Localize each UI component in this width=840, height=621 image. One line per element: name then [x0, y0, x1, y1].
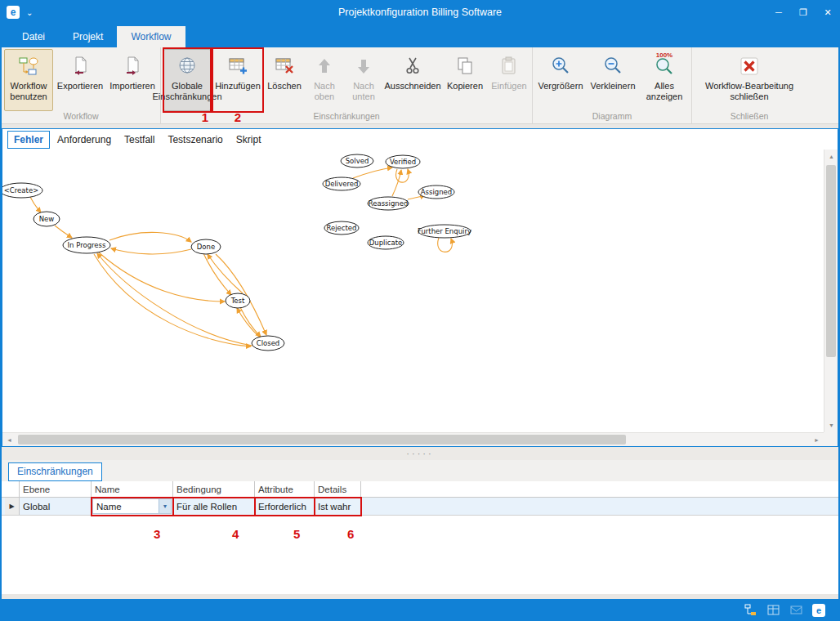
zoom-in-label: Vergrößern — [538, 81, 583, 92]
close-workflow-editing-label: Workflow-Bearbeitung schließen — [696, 81, 802, 101]
cell-name[interactable]: Name ▼ — [92, 498, 173, 515]
close-button[interactable]: ✕ — [815, 0, 840, 25]
svg-text:Done: Done — [197, 243, 215, 251]
quick-access-chevron-icon[interactable]: ⌄ — [26, 8, 33, 17]
zoom-all-label: Alles anzeigen — [641, 81, 687, 101]
workflow-diagram-canvas[interactable]: <Create>NewIn ProgressDoneTestClosedSolv… — [2, 150, 824, 432]
svg-text:Reassigned: Reassigned — [369, 199, 409, 208]
tab-datei[interactable]: Datei — [8, 26, 59, 47]
global-constraints-label: Globale Einschränkungen — [153, 81, 222, 101]
svg-text:Further Enquiry: Further Enquiry — [418, 227, 471, 235]
cell-attribute[interactable]: Erforderlich — [255, 498, 315, 515]
scroll-right-icon[interactable]: ► — [810, 433, 824, 447]
cell-details[interactable]: Ist wahr — [315, 498, 361, 515]
scroll-left-icon[interactable]: ◄ — [2, 433, 16, 447]
copy-icon — [454, 53, 476, 79]
import-icon — [122, 53, 143, 79]
diagram-node-assigned[interactable]: Assigned — [418, 185, 454, 199]
grid-header-ebene[interactable]: Ebene — [20, 481, 92, 497]
diagram-node-reassigned[interactable]: Reassigned — [368, 197, 409, 210]
row-selector-icon[interactable]: ▶ — [5, 498, 20, 515]
annotation-number-2: 2 — [235, 113, 241, 123]
grid-header-attribute[interactable]: Attribute — [255, 481, 315, 497]
scroll-up-icon[interactable]: ▲ — [824, 150, 838, 163]
diagram-node-create[interactable]: <Create> — [2, 183, 42, 198]
ribbon-group-diagram: Vergrößern Verkleinern 100% Alles anzeig… — [533, 47, 692, 123]
name-dropdown[interactable]: Name ▼ — [92, 498, 172, 514]
use-workflow-button[interactable]: Workflow benutzen — [4, 49, 53, 111]
window-title: Projektkonfiguration Billing Software — [0, 7, 840, 18]
cut-label: Ausschneiden — [384, 81, 440, 92]
horizontal-scrollbar[interactable]: ◄ ► — [2, 432, 824, 446]
diagram-node-done[interactable]: Done — [191, 239, 221, 254]
maximize-button[interactable]: ❐ — [791, 0, 815, 25]
doc-tab-testfall[interactable]: Testfall — [118, 132, 160, 148]
delete-constraint-button[interactable]: Löschen — [265, 49, 304, 111]
zoom-out-button[interactable]: Verkleinern — [588, 49, 638, 111]
vertical-scrollbar[interactable]: ▲ ▼ — [824, 150, 838, 432]
diagram-node-new[interactable]: New — [34, 212, 60, 226]
import-button[interactable]: Importieren — [107, 49, 158, 111]
vertical-scroll-thumb[interactable] — [826, 165, 836, 357]
status-diagram-icon[interactable] — [744, 604, 757, 617]
minimize-button[interactable]: ─ — [766, 0, 791, 25]
zoom-in-button[interactable]: Vergrößern — [535, 49, 586, 111]
use-workflow-label: Workflow benutzen — [6, 81, 51, 101]
move-down-label: Nach unten — [346, 81, 381, 101]
group-label-diagram: Diagramm — [534, 111, 690, 123]
ribbon-group-close: Workflow-Bearbeitung schließen Schließen — [692, 47, 806, 123]
globe-icon — [176, 53, 198, 79]
grid-row-global[interactable]: ▶ Global Name ▼ Für alle Rollen Erforder… — [2, 498, 838, 516]
status-mail-icon[interactable] — [789, 604, 802, 617]
diagram-edge-done-to-test — [203, 253, 231, 295]
svg-text:In Progress: In Progress — [68, 241, 106, 249]
close-workflow-editing-button[interactable]: Workflow-Bearbeitung schließen — [695, 49, 804, 111]
status-table-icon[interactable] — [766, 604, 780, 617]
svg-text:Delivered: Delivered — [325, 180, 359, 188]
diagram-node-closed[interactable]: Closed — [252, 336, 284, 351]
diagram-node-verified[interactable]: Verified — [386, 155, 420, 168]
scroll-down-icon[interactable]: ▼ — [824, 418, 838, 432]
doc-tab-anforderung[interactable]: Anforderung — [51, 132, 117, 148]
annotation-number-6: 6 — [347, 527, 354, 541]
grid-header-bedingung[interactable]: Bedingung — [173, 481, 255, 497]
diagram-node-in-progress[interactable]: In Progress — [63, 237, 110, 253]
zoom-all-button[interactable]: 100% Alles anzeigen — [640, 49, 689, 111]
tab-workflow[interactable]: Workflow — [117, 26, 185, 47]
annotation-number-5: 5 — [293, 527, 300, 541]
arrow-up-icon — [314, 53, 335, 79]
add-constraint-button[interactable]: 2 Hinzufügen — [212, 49, 263, 111]
diagram-node-test[interactable]: Test — [226, 293, 250, 308]
tab-projekt[interactable]: Projekt — [59, 26, 117, 47]
horizontal-scroll-thumb[interactable] — [18, 435, 626, 445]
dropdown-chevron-icon[interactable]: ▼ — [159, 499, 171, 513]
diagram-node-duplicate[interactable]: Duplicate — [368, 236, 404, 249]
export-button[interactable]: Exportieren — [55, 49, 105, 111]
diagram-node-rejected[interactable]: Rejected — [324, 221, 359, 235]
copy-button[interactable]: Kopieren — [443, 49, 487, 111]
ribbon-group-constraints: 1 Globale Einschränkungen 2 Hinzufügen — [161, 47, 533, 123]
status-app-logo-icon[interactable]: e — [812, 604, 825, 617]
doc-tab-skript[interactable]: Skript — [230, 132, 267, 148]
doc-tab-testszenario[interactable]: Testszenario — [162, 132, 228, 148]
grid-header-details[interactable]: Details — [315, 481, 361, 497]
cell-bedingung[interactable]: Für alle Rollen — [173, 498, 255, 515]
group-label-workflow: Workflow — [3, 111, 159, 123]
zoom-in-icon — [550, 53, 571, 79]
panel-splitter[interactable]: ····· — [2, 447, 838, 460]
diagram-node-solved[interactable]: Solved — [341, 154, 373, 168]
diagram-edge-verified-to-verified — [396, 169, 409, 182]
cell-ebene[interactable]: Global — [20, 498, 92, 515]
doc-tab-fehler[interactable]: Fehler — [7, 131, 50, 149]
tab-einschraenkungen[interactable]: Einschränkungen — [8, 462, 102, 481]
global-constraints-button[interactable]: 1 Globale Einschränkungen — [163, 49, 211, 111]
cut-button[interactable]: Ausschneiden — [384, 49, 441, 111]
constraints-panel: Einschränkungen Ebene Name Bedingung Att… — [2, 460, 838, 594]
diagram-node-further-enquiry[interactable]: Further Enquiry — [418, 225, 471, 238]
grid-header-name[interactable]: Name — [92, 481, 173, 497]
diagram-edge-delivered-to-verified — [353, 168, 392, 178]
svg-text:<Create>: <Create> — [4, 186, 39, 194]
diagram-node-delivered[interactable]: Delivered — [323, 177, 360, 190]
svg-text:Rejected: Rejected — [327, 224, 357, 232]
svg-text:Solved: Solved — [346, 157, 369, 165]
